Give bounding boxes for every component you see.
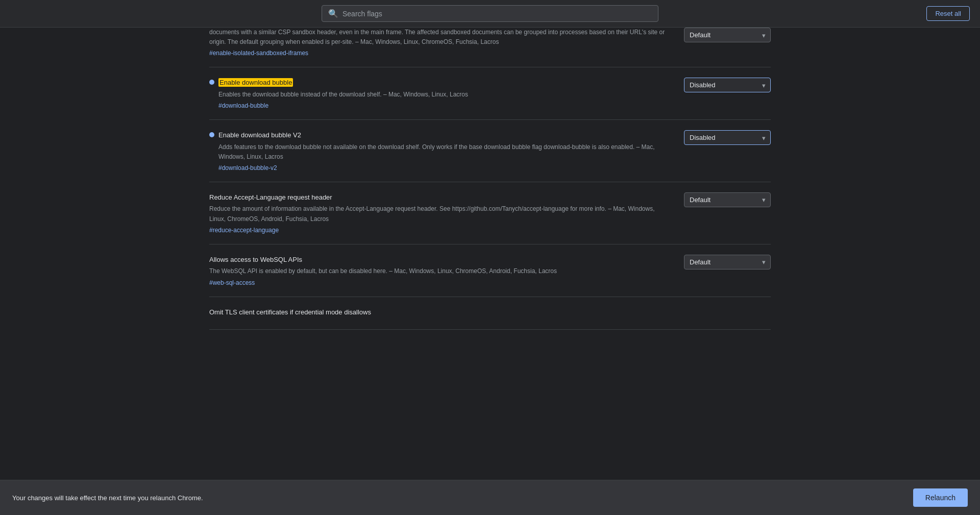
flag-title-web-sql-access: Allows access to WebSQL APIs xyxy=(209,255,669,265)
flag-anchor-download-bubble-v2[interactable]: #download-bubble-v2 xyxy=(218,164,277,171)
select-wrapper-web-sql-access: Default Enabled Disabled xyxy=(684,255,771,269)
flag-description-download-bubble: Enables the download bubble instead of t… xyxy=(218,90,669,100)
flag-description-partial: documents with a similar CSP sandbox hea… xyxy=(209,28,669,47)
flag-info-web-sql-access: Allows access to WebSQL APIs The WebSQL … xyxy=(209,255,669,286)
flag-indicator-download-bubble-v2 xyxy=(209,132,214,137)
flag-download-bubble-info: Enable download bubble Enables the downl… xyxy=(218,78,669,109)
flag-control-download-bubble: Default Enabled Disabled xyxy=(684,78,771,92)
flag-tls-client-certs-info: Omit TLS client certificates if credenti… xyxy=(209,307,771,320)
flag-info-reduce-accept-language: Reduce Accept-Language request header Re… xyxy=(209,192,669,234)
flag-anchor-web-sql-access[interactable]: #web-sql-access xyxy=(209,279,255,286)
flag-description-web-sql-access: The WebSQL API is enabled by default, bu… xyxy=(209,266,669,276)
flag-anchor-reduce-accept-language[interactable]: #reduce-accept-language xyxy=(209,227,279,234)
flag-info-download-bubble-v2: Enable download bubble V2 Adds features … xyxy=(209,130,669,171)
flag-control-web-sql-access: Default Enabled Disabled xyxy=(684,255,771,269)
flag-item-tls-client-certs: Omit TLS client certificates if credenti… xyxy=(209,297,771,330)
flag-item-download-bubble: Enable download bubble Enables the downl… xyxy=(209,67,771,120)
flag-indicator-download-bubble xyxy=(209,80,214,85)
top-bar: 🔍 Reset all xyxy=(0,0,980,28)
flag-info-download-bubble: Enable download bubble Enables the downl… xyxy=(209,78,669,109)
flag-description-reduce-accept-language: Reduce the amount of information availab… xyxy=(209,204,669,224)
flag-sandboxed-iframes-info: documents with a similar CSP sandbox hea… xyxy=(209,28,669,57)
flag-select-download-bubble[interactable]: Default Enabled Disabled xyxy=(684,78,771,92)
flag-reduce-accept-language-info: Reduce Accept-Language request header Re… xyxy=(209,192,669,234)
select-wrapper-download-bubble-v2: Default Enabled Disabled xyxy=(684,130,771,145)
relaunch-message: Your changes will take effect the next t… xyxy=(12,494,203,502)
flag-title-tls-client-certs: Omit TLS client certificates if credenti… xyxy=(209,307,771,317)
reset-all-button[interactable]: Reset all xyxy=(926,6,970,21)
flag-control-reduce-accept-language: Default Enabled Disabled xyxy=(684,192,771,207)
relaunch-button[interactable]: Relaunch xyxy=(913,488,968,507)
flags-list: documents with a similar CSP sandbox hea… xyxy=(199,28,781,381)
flag-info-tls-client-certs: Omit TLS client certificates if credenti… xyxy=(209,307,771,320)
flag-anchor-download-bubble[interactable]: #download-bubble xyxy=(218,102,268,109)
flag-select-reduce-accept-language[interactable]: Default Enabled Disabled xyxy=(684,192,771,207)
bottom-bar: Your changes will take effect the next t… xyxy=(0,480,980,515)
flag-anchor-sandboxed-iframes[interactable]: #enable-isolated-sandboxed-iframes xyxy=(209,50,308,57)
flag-item-download-bubble-v2: Enable download bubble V2 Adds features … xyxy=(209,120,771,182)
flag-description-download-bubble-v2: Adds features to the download bubble not… xyxy=(218,142,669,162)
flag-item-reduce-accept-language: Reduce Accept-Language request header Re… xyxy=(209,182,771,244)
flag-select-sandboxed[interactable]: Default Enabled Disabled xyxy=(684,28,771,42)
search-icon: 🔍 xyxy=(328,9,338,18)
flag-control-sandboxed: Default Enabled Disabled xyxy=(684,28,771,42)
flag-title-download-bubble-v2: Enable download bubble V2 xyxy=(218,130,669,140)
flag-item: documents with a similar CSP sandbox hea… xyxy=(209,28,771,67)
flag-web-sql-access-info: Allows access to WebSQL APIs The WebSQL … xyxy=(209,255,669,286)
select-wrapper-sandboxed: Default Enabled Disabled xyxy=(684,28,771,42)
flag-item-web-sql-access: Allows access to WebSQL APIs The WebSQL … xyxy=(209,244,771,297)
flag-title-download-bubble: Enable download bubble xyxy=(218,78,669,88)
select-wrapper-download-bubble: Default Enabled Disabled xyxy=(684,78,771,92)
search-container: 🔍 xyxy=(322,5,658,22)
search-input[interactable] xyxy=(342,10,652,18)
flag-select-web-sql-access[interactable]: Default Enabled Disabled xyxy=(684,255,771,269)
flag-info-sandboxed: documents with a similar CSP sandbox hea… xyxy=(209,28,669,57)
select-wrapper-reduce-accept-language: Default Enabled Disabled xyxy=(684,192,771,207)
flag-download-bubble-v2-info: Enable download bubble V2 Adds features … xyxy=(218,130,669,171)
flag-select-download-bubble-v2[interactable]: Default Enabled Disabled xyxy=(684,130,771,145)
flag-control-download-bubble-v2: Default Enabled Disabled xyxy=(684,130,771,145)
flag-title-reduce-accept-language: Reduce Accept-Language request header xyxy=(209,192,669,203)
